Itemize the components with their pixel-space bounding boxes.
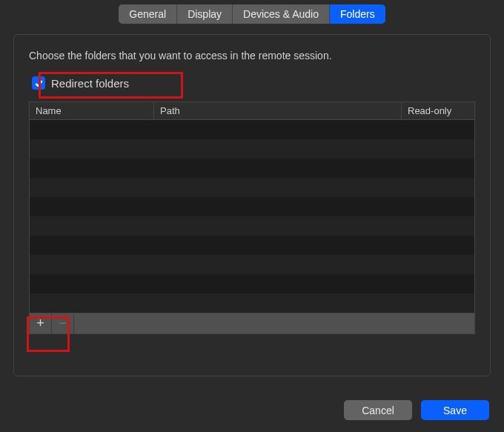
tab-devices-audio[interactable]: Devices & Audio	[233, 4, 330, 24]
column-header-readonly[interactable]: Read-only	[402, 102, 474, 119]
tab-display[interactable]: Display	[177, 4, 233, 24]
add-folder-button[interactable]: +	[30, 313, 52, 333]
table-row[interactable]	[30, 293, 474, 313]
table-row[interactable]	[30, 120, 474, 139]
dialog-actions: Cancel Save	[344, 400, 489, 420]
tab-folders[interactable]: Folders	[330, 4, 385, 24]
table-row[interactable]	[30, 274, 474, 293]
remove-folder-button[interactable]: −	[52, 313, 74, 333]
column-header-name[interactable]: Name	[30, 102, 154, 119]
tab-bar: General Display Devices & Audio Folders	[0, 0, 504, 24]
minus-icon: −	[59, 316, 67, 331]
table-row[interactable]	[30, 236, 474, 255]
table-row[interactable]	[30, 159, 474, 178]
redirect-folders-checkbox[interactable]	[32, 76, 45, 90]
plus-icon: +	[36, 316, 44, 331]
cancel-button[interactable]: Cancel	[344, 400, 412, 420]
table-row[interactable]	[30, 139, 474, 159]
check-icon	[34, 79, 44, 88]
folders-panel: Choose the folders that you want to acce…	[13, 34, 491, 376]
column-header-path[interactable]: Path	[154, 102, 402, 119]
folders-table: Name Path Read-only +	[29, 102, 475, 334]
save-button[interactable]: Save	[421, 400, 489, 420]
table-row[interactable]	[30, 197, 474, 216]
table-header: Name Path Read-only	[30, 102, 474, 120]
preferences-window: General Display Devices & Audio Folders …	[0, 0, 504, 432]
redirect-folders-label: Redirect folders	[51, 77, 129, 90]
table-row[interactable]	[30, 216, 474, 236]
table-row[interactable]	[30, 178, 474, 197]
panel-description: Choose the folders that you want to acce…	[29, 50, 475, 62]
table-body[interactable]	[30, 120, 474, 313]
table-row[interactable]	[30, 255, 474, 274]
redirect-folders-row[interactable]: Redirect folders	[29, 73, 136, 93]
tab-general[interactable]: General	[119, 4, 177, 24]
table-footer: + −	[30, 313, 474, 333]
